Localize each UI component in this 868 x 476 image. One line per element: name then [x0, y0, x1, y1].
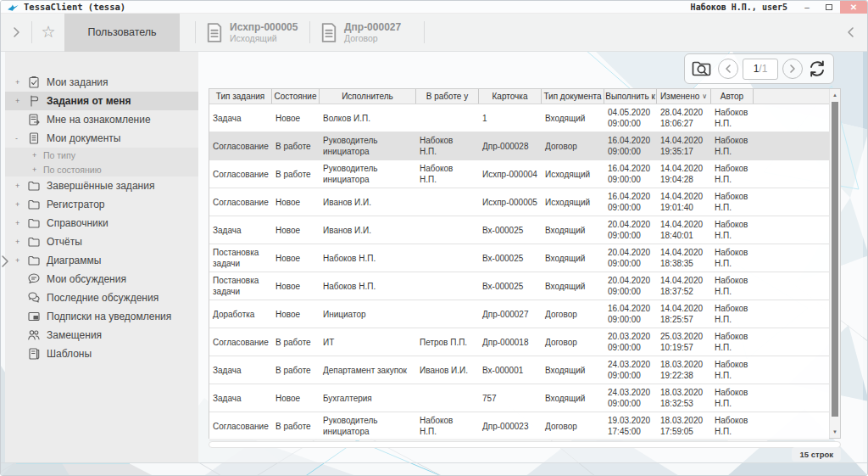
sidebar-item[interactable]: +Задания от меня — [5, 92, 198, 110]
table-cell: Задача — [209, 365, 272, 376]
tree-expand-marker[interactable]: + — [15, 200, 26, 209]
horizontal-scrollbar[interactable] — [209, 441, 841, 448]
table-row[interactable]: СогласованиеВ работеРуководитель инициат… — [209, 412, 829, 440]
column-header[interactable]: Состояние — [272, 89, 320, 104]
sidebar-item[interactable]: Мне на ознакомление — [5, 110, 198, 129]
tab-user[interactable]: Пользователь — [64, 14, 180, 52]
folder-search-icon — [691, 59, 714, 79]
vertical-scrollbar[interactable]: ▲ ▼ — [829, 89, 840, 438]
tree-collapse-marker[interactable]: - — [15, 134, 26, 143]
sidebar-item[interactable]: +Диаграммы — [5, 251, 198, 270]
scrollbar-thumb[interactable] — [832, 102, 838, 417]
tab-document-2[interactable]: Дпр-000027 Договор — [310, 14, 424, 52]
sidebar-item[interactable]: Последние обсуждения — [5, 288, 198, 307]
table-row[interactable]: СогласованиеНовоеИванов И.И.Исхпр-000005… — [209, 188, 829, 216]
window-title: TessaClient (tessa) — [24, 2, 691, 12]
table-cell: 24.03.2020 09:00:00 — [604, 387, 657, 409]
search-view-button[interactable] — [691, 59, 714, 79]
scroll-up-icon[interactable]: ▲ — [830, 90, 840, 100]
column-header[interactable]: Выполнить к — [604, 89, 657, 104]
document-icon — [206, 22, 223, 43]
table-cell: Исхпр-000004 — [479, 169, 542, 180]
column-header-label: Тип задания — [216, 92, 265, 101]
table-cell: Входящий — [542, 393, 604, 404]
favorites-button[interactable]: ☆ — [32, 14, 64, 52]
tree-expand-marker[interactable]: + — [15, 182, 26, 190]
sidebar-item[interactable]: +Справочники — [5, 214, 198, 232]
sidebar-item[interactable]: +Отчёты — [5, 232, 198, 251]
page-indicator[interactable]: 1/1 — [743, 59, 778, 80]
tree-expand-marker[interactable]: + — [15, 256, 26, 265]
page-current: 1 — [754, 63, 760, 75]
scroll-down-icon[interactable]: ▼ — [830, 427, 840, 437]
sidebar-item[interactable]: Мои обсуждения — [5, 270, 198, 288]
column-header[interactable]: В работе у — [416, 89, 479, 104]
table-row[interactable]: ДоработкаНовоеИнициаторДпр-000027Договор… — [209, 300, 829, 328]
table-cell: Вх-000025 — [479, 253, 542, 264]
sidebar-item[interactable]: Шаблоны — [5, 344, 198, 363]
column-header[interactable]: Тип документа — [542, 89, 604, 104]
table-row[interactable]: СогласованиеВ работеРуководитель инициат… — [209, 132, 829, 160]
menu-expand-button[interactable] — [1, 14, 31, 52]
table-cell: 24.03.2020 09:00:00 — [604, 359, 657, 381]
maximize-button[interactable] — [818, 1, 840, 14]
sidebar-item[interactable]: Подписки на уведомления — [5, 307, 198, 326]
table-cell: Входящий — [542, 281, 604, 292]
column-header[interactable]: Карточка — [479, 89, 542, 104]
column-header[interactable]: Изменено∨ — [657, 89, 711, 104]
table-cell: 757 — [479, 393, 542, 404]
sidebar-item-label: Шаблоны — [47, 348, 92, 360]
table-row[interactable]: СогласованиеВ работеИТПетров П.П.Дпр-000… — [209, 328, 829, 356]
sidebar-item[interactable]: Замещения — [5, 326, 198, 344]
refresh-button[interactable] — [807, 59, 827, 79]
column-header[interactable]: Тип задания — [209, 89, 272, 104]
tab-scroll-left-button[interactable] — [833, 14, 867, 52]
sidebar-item-label: Подписки на уведомления — [47, 311, 171, 322]
chats-icon — [27, 291, 41, 305]
column-header[interactable]: Автор — [711, 89, 754, 104]
minimize-button[interactable]: – — [796, 1, 818, 14]
tree-expand-marker[interactable]: + — [32, 151, 43, 160]
table-row[interactable]: ЗадачаВ работеДепартамент закупокИванов … — [209, 356, 829, 384]
tab-doc-title: Исхпр-000005 — [230, 21, 298, 33]
next-page-button[interactable] — [782, 59, 803, 79]
sidebar-item[interactable]: +Завершённые задания — [5, 176, 198, 195]
tree-expand-marker[interactable]: + — [15, 78, 26, 87]
tab-document-1[interactable]: Исхпр-000005 Исходящий — [196, 14, 309, 52]
sidebar-item-label: Мои документы — [47, 132, 120, 144]
column-header[interactable]: Исполнитель — [320, 89, 416, 104]
sidebar-collapse-handle[interactable] — [1, 254, 9, 269]
table-cell: Набоков Н.П. — [711, 247, 754, 269]
table-row[interactable]: ЗадачаНовоеИванов И.И.Вх-000025Входящий2… — [209, 216, 829, 244]
table-cell: Договор — [542, 337, 604, 348]
people-icon — [27, 328, 41, 342]
close-button[interactable]: ✕ — [840, 1, 867, 14]
tab-user-label: Пользователь — [87, 26, 156, 38]
table-cell: 14.04.2020 18:25:57 — [657, 303, 711, 325]
prev-page-button[interactable] — [718, 59, 738, 79]
sidebar-item[interactable]: +По состоянию — [5, 162, 198, 176]
chevron-right-icon — [13, 25, 20, 39]
table-row[interactable]: ЗадачаНовоеБухгалтерия757Входящий24.03.2… — [209, 384, 829, 412]
sidebar-item[interactable]: +По типу — [5, 148, 198, 162]
tree-expand-marker[interactable]: + — [15, 238, 26, 246]
table-cell: Набоков Н.П. — [711, 415, 754, 437]
sidebar-item[interactable]: +Регистратор — [5, 195, 198, 214]
tree-expand-marker[interactable]: + — [15, 97, 26, 105]
tree-expand-marker[interactable]: + — [15, 219, 26, 227]
table-cell: Постановка задачи — [209, 275, 272, 297]
table-cell: Инициатор — [320, 309, 416, 320]
table-row[interactable]: СогласованиеВ работеРуководитель инициат… — [209, 160, 829, 188]
sidebar-item[interactable]: -Мои документы — [5, 129, 198, 148]
table-cell: Задача — [209, 393, 272, 404]
table-row[interactable]: Постановка задачиНовоеНабоков Н.П.Вх-000… — [209, 272, 829, 300]
doc-icon — [27, 132, 41, 145]
sidebar-item-label: Регистратор — [47, 199, 105, 210]
table-row[interactable]: ЗадачаНовоеВолков И.П.1Входящий04.05.202… — [209, 104, 829, 132]
table-row[interactable]: Постановка задачиНовоеНабоков Н.П.Вх-000… — [209, 244, 829, 272]
sidebar-item[interactable]: +Мои задания — [5, 73, 198, 92]
tree-expand-marker[interactable]: + — [32, 165, 43, 174]
column-header-label: Исполнитель — [342, 92, 393, 101]
table-cell: 20.04.2020 09:00:00 — [604, 247, 657, 269]
table-cell: Исходящий — [542, 169, 604, 180]
